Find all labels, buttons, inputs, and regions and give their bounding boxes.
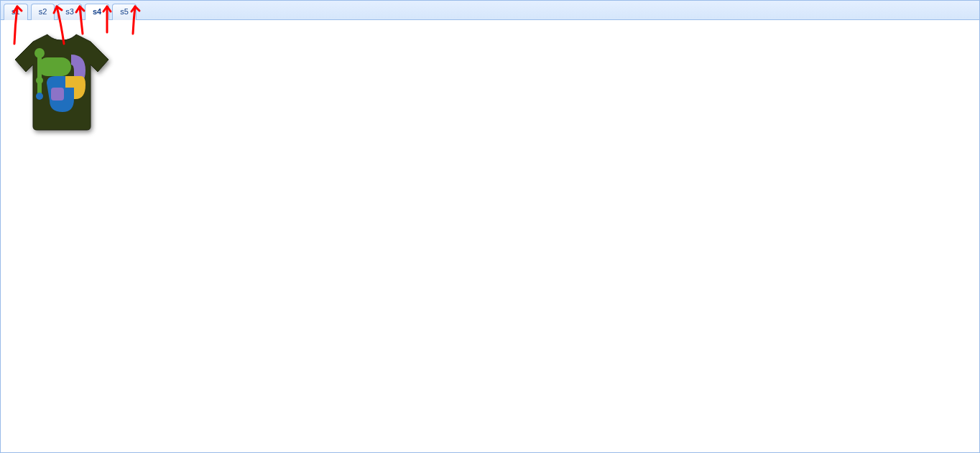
tab-content [1,20,979,452]
tab-s1[interactable]: s1 [4,4,28,20]
tab-panel: s1 s2 s3 s4 s5 [0,0,980,453]
svg-point-3 [36,77,43,84]
svg-point-4 [36,93,43,100]
svg-rect-0 [38,57,71,76]
tab-strip: s1 s2 s3 s4 s5 [1,1,979,20]
svg-rect-2 [37,53,42,96]
tab-s5[interactable]: s5 [112,4,137,20]
tab-s2[interactable]: s2 [31,4,55,20]
tab-s3[interactable]: s3 [57,4,82,20]
tab-s4[interactable]: s4 [85,4,109,20]
tshirt-image [8,27,116,136]
svg-rect-5 [51,88,64,101]
